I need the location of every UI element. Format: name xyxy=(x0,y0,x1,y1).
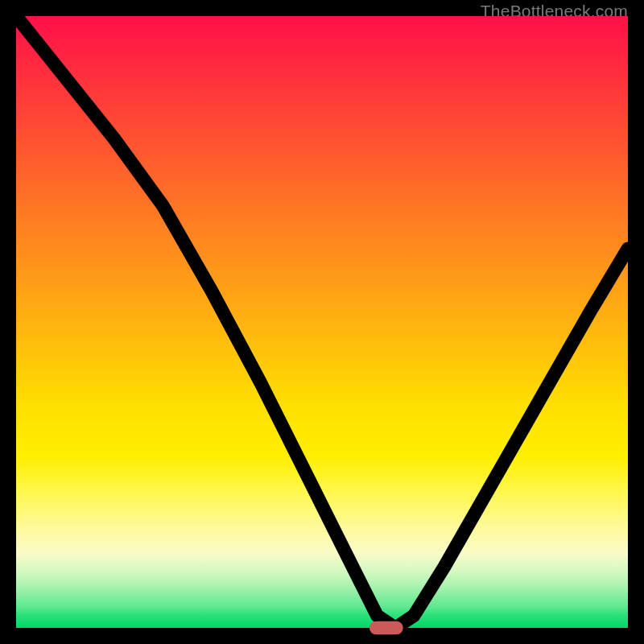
plot-svg xyxy=(16,16,628,628)
bottleneck-curve xyxy=(16,16,628,628)
bottleneck-gradient-plot xyxy=(16,16,628,628)
optimal-marker xyxy=(369,621,403,635)
